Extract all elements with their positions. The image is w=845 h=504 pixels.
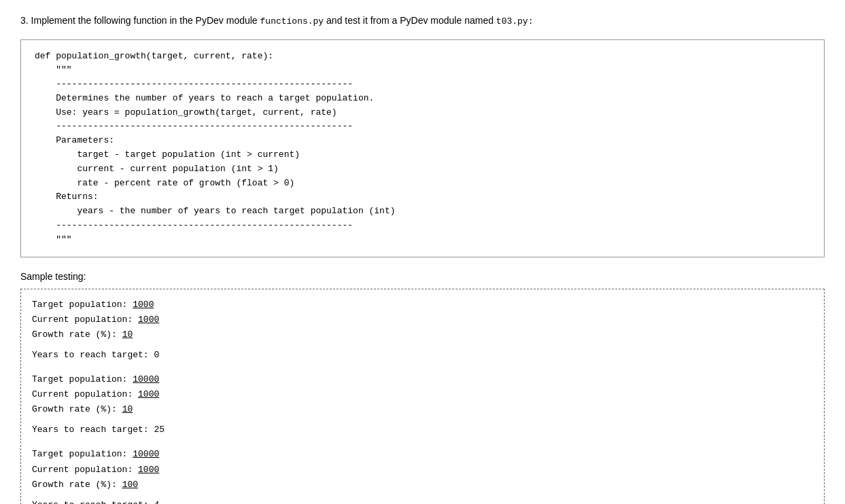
target-pop-3: Target population: 10000 xyxy=(32,447,813,462)
result-2: Years to reach target: 25 xyxy=(32,422,813,437)
target-pop-1: Target population: 1000 xyxy=(32,298,813,312)
question-number: 3. xyxy=(20,15,29,26)
question-text: 3. Implement the following function in t… xyxy=(20,14,825,29)
question-connector: and test it from a PyDev module named xyxy=(326,15,494,26)
question-intro: Implement the following function in the … xyxy=(31,15,258,26)
current-pop-2: Current population: 1000 xyxy=(32,387,813,402)
growth-rate-1: Growth rate (%): 10 xyxy=(32,327,813,342)
target-pop-2: Target population: 10000 xyxy=(32,372,813,387)
result-3: Years to reach target: 4 xyxy=(32,498,813,504)
result-1: Years to reach target: 0 xyxy=(32,348,813,363)
sample-testing-label: Sample testing: xyxy=(20,271,825,282)
current-pop-3: Current population: 1000 xyxy=(32,463,813,478)
sample-output-box: Target population: 1000 Current populati… xyxy=(20,289,825,504)
test-case-1: Target population: 1000 Current populati… xyxy=(32,298,813,342)
code-block: def population_growth(target, current, r… xyxy=(20,39,825,257)
current-pop-1: Current population: 1000 xyxy=(32,312,813,327)
test-case-3: Target population: 10000 Current populat… xyxy=(32,447,813,492)
module2-name: t03.py: xyxy=(496,16,534,26)
growth-rate-2: Growth rate (%): 10 xyxy=(32,402,813,417)
growth-rate-3: Growth rate (%): 100 xyxy=(32,478,813,492)
module1-name: functions.py xyxy=(260,16,324,26)
test-case-2: Target population: 10000 Current populat… xyxy=(32,372,813,417)
